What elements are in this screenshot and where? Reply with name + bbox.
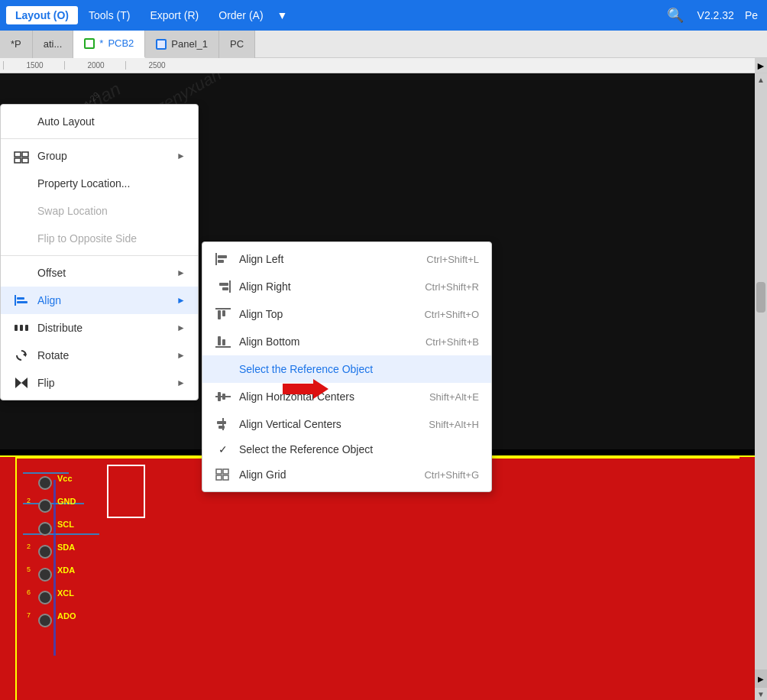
svg-marker-12: [21, 378, 28, 388]
svg-rect-3: [22, 158, 28, 163]
submenu-select-reference[interactable]: Select the Reference Object: [202, 355, 491, 383]
submenu-select-reference-2[interactable]: ✓ Select the Reference Object: [202, 438, 491, 461]
menu-group[interactable]: Group ►: [1, 142, 198, 170]
submenu-align-top[interactable]: Align Top Ctrl+Shift+O: [202, 300, 491, 328]
svg-rect-0: [15, 152, 21, 157]
select-reference-2-check: ✓: [215, 443, 231, 455]
property-location-label: Property Location...: [37, 177, 130, 190]
trace-3: [23, 533, 99, 535]
offset-icon: [13, 264, 30, 281]
svg-rect-8: [20, 325, 23, 331]
align-left-label: Align Left: [239, 253, 283, 265]
align-top-icon: [215, 306, 231, 322]
menu-bar: Layout (O) Tools (T) Export (R) Order (A…: [0, 0, 767, 31]
pcb-border-left: [15, 457, 17, 700]
pad-6: [38, 591, 52, 604]
scroll-up-arrow[interactable]: ▲: [755, 73, 767, 86]
tab-other-label: *P: [11, 38, 21, 50]
tab-panel1[interactable]: Panel_1: [145, 31, 219, 58]
svg-rect-14: [218, 255, 227, 258]
tab-other[interactable]: *P: [0, 31, 33, 58]
scroll-thumb[interactable]: [756, 282, 765, 313]
menu-property-location[interactable]: Property Location...: [1, 170, 198, 197]
label-scl: SCL: [57, 520, 74, 529]
num-label-7: 7: [27, 611, 31, 619]
tab-pcb2-label: PCB2: [108, 37, 134, 49]
divider-2: [1, 255, 198, 256]
align-bottom-label: Align Bottom: [239, 335, 299, 348]
menu-offset[interactable]: Offset ►: [1, 259, 198, 287]
menu-align[interactable]: Align ►: [1, 287, 198, 314]
tab-panel1-icon: [156, 39, 167, 50]
svg-rect-32: [223, 469, 228, 474]
pad-2: [38, 499, 52, 513]
submenu-align-right[interactable]: Align Right Ctrl+Shift+R: [202, 273, 491, 300]
select-reference-2-label: Select the Reference Object: [239, 443, 373, 455]
red-arrow: [283, 378, 328, 400]
pad-5: [38, 568, 52, 582]
label-gnd: GND: [57, 497, 76, 506]
submenu-align-left[interactable]: Align Left Ctrl+Shift+L: [202, 245, 491, 273]
tab-pcb2-icon: [84, 38, 95, 49]
submenu-align-h-centers[interactable]: Align Horizontal Centers Shift+Alt+E: [202, 383, 491, 410]
svg-rect-30: [218, 426, 225, 429]
num-label-2: 2: [27, 497, 31, 504]
align-grid-label: Align Grid: [239, 468, 286, 481]
svg-rect-7: [15, 325, 18, 331]
menu-export[interactable]: Export (R): [141, 6, 208, 24]
divider-1: [1, 138, 198, 139]
right-scrollbar[interactable]: ▲ ▶ ▼: [755, 73, 767, 700]
menu-pe: Pe: [742, 6, 761, 24]
swap-location-label: Swap Location: [37, 205, 108, 217]
svg-rect-1: [22, 152, 28, 157]
svg-rect-33: [216, 475, 222, 480]
menu-dropdown-arrow[interactable]: ▼: [274, 6, 291, 24]
svg-rect-23: [218, 336, 221, 345]
tab-bar: *P ati... * PCB2 Panel_1 PC: [0, 31, 767, 58]
pcb-canvas: zenyxuan zenyxuan zenyxuan zenyxuan 2024…: [0, 73, 755, 700]
menu-auto-layout[interactable]: Auto Layout: [1, 108, 198, 135]
submenu-align-grid[interactable]: Align Grid Ctrl+Shift+G: [202, 461, 491, 488]
label-vcc: Vcc: [57, 474, 73, 483]
menu-swap-location: Swap Location: [1, 197, 198, 225]
num-label-2b: 2: [27, 543, 31, 550]
align-icon: [13, 292, 30, 309]
align-right-shortcut: Ctrl+Shift+R: [425, 281, 479, 293]
tab-ati-label: ati...: [44, 38, 63, 50]
pcb-red-area: Vcc GND SCL SDA XDA XCL ADO 2 2 5 6 7: [0, 455, 755, 700]
svg-marker-35: [283, 379, 328, 399]
submenu-align-bottom[interactable]: Align Bottom Ctrl+Shift+B: [202, 328, 491, 355]
tab-pc-extra[interactable]: PC: [219, 31, 255, 58]
scroll-down-arrow[interactable]: ▼: [755, 688, 767, 700]
pad-4: [38, 545, 52, 559]
svg-rect-2: [15, 158, 21, 163]
submenu-align-v-centers[interactable]: Align Vertical Centers Shift+Alt+H: [202, 410, 491, 438]
group-icon: [13, 147, 30, 164]
label-xda: XDA: [57, 566, 75, 575]
menu-tools[interactable]: Tools (T): [79, 6, 139, 24]
distribute-arrow: ►: [176, 322, 186, 333]
panel-collapse-right[interactable]: ▶: [755, 669, 767, 688]
align-bottom-icon: [215, 333, 231, 350]
svg-rect-16: [229, 280, 231, 293]
ruler-content: 1500 2000 2500: [3, 61, 186, 70]
align-top-label: Align Top: [239, 308, 283, 320]
menu-search-icon[interactable]: 🔍: [661, 4, 690, 27]
svg-rect-27: [222, 394, 225, 400]
flip-opposite-icon: [13, 230, 30, 247]
svg-marker-11: [15, 378, 21, 388]
menu-flip[interactable]: Flip ►: [1, 369, 198, 397]
tab-pcb2[interactable]: * PCB2: [73, 31, 145, 58]
ruler-mark-1500: 1500: [3, 61, 64, 70]
label-ado: ADO: [57, 611, 76, 621]
tab-ati[interactable]: ati...: [33, 31, 74, 58]
menu-distribute[interactable]: Distribute ►: [1, 314, 198, 342]
ruler-scroll-right[interactable]: ►: [755, 58, 767, 73]
svg-rect-20: [218, 310, 221, 319]
svg-rect-4: [15, 295, 16, 306]
menu-rotate[interactable]: Rotate ►: [1, 342, 198, 369]
menu-order[interactable]: Order (A): [209, 6, 272, 24]
menu-layout[interactable]: Layout (O): [6, 6, 78, 24]
distribute-label: Distribute: [37, 322, 83, 334]
property-location-icon: [13, 175, 30, 192]
